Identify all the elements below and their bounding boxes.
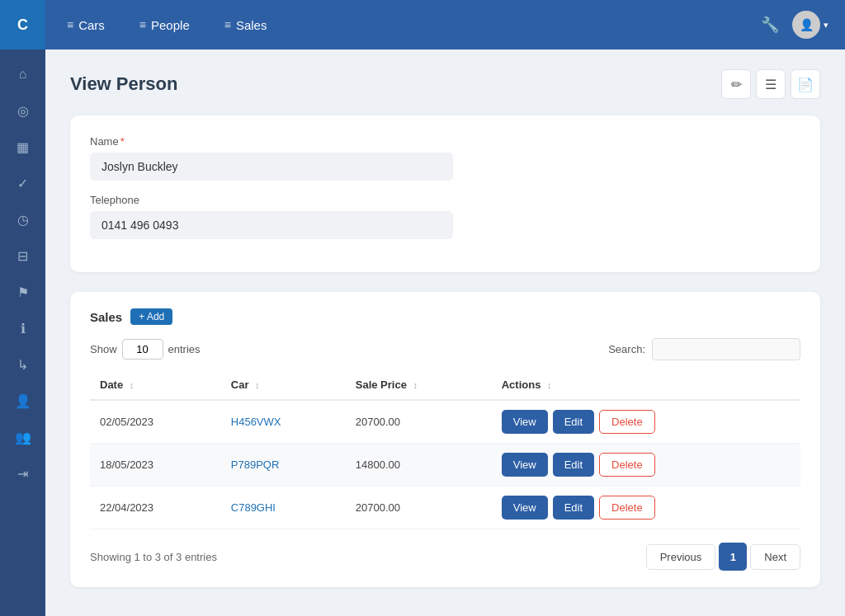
car-link[interactable]: H456VWX — [231, 416, 281, 428]
header-actions: ✏ ☰ 📄 — [721, 69, 820, 99]
cell-actions: View Edit Delete — [492, 487, 800, 529]
sales-section: Sales + Add Show entries Search: — [70, 292, 820, 587]
car-link[interactable]: P789PQR — [231, 458, 280, 471]
sort-car-icon: ↕ — [255, 380, 260, 390]
cell-car: C789GHI — [221, 487, 346, 529]
edit-button[interactable]: ✏ — [721, 69, 751, 99]
sidebar-item-table[interactable]: ▦ — [7, 130, 40, 163]
action-btns: View Edit Delete — [502, 496, 791, 520]
previous-button[interactable]: Previous — [646, 544, 716, 570]
page-title: View Person — [70, 73, 177, 95]
list-icon: ☰ — [765, 77, 777, 92]
hamburger-people-icon: ≡ — [139, 18, 146, 31]
chevron-down-icon: ▾ — [824, 20, 828, 31]
sidebar-item-flag[interactable]: ⚑ — [7, 275, 40, 308]
cell-date: 18/05/2023 — [90, 444, 221, 487]
sidebar-item-info[interactable]: ℹ — [7, 312, 40, 345]
col-sale-price[interactable]: Sale Price ↕ — [346, 370, 492, 400]
view-button[interactable]: View — [502, 410, 548, 434]
hamburger-cars-icon: ≡ — [67, 18, 73, 31]
show-entries: Show entries — [90, 339, 201, 360]
pagination: Previous 1 Next — [646, 543, 800, 571]
sidebar-item-arrow[interactable]: ↳ — [7, 348, 40, 381]
table-row: 18/05/2023 P789PQR 14800.00 View Edit De… — [90, 444, 800, 487]
name-label: Name* — [90, 135, 800, 148]
edit-row-button[interactable]: Edit — [553, 410, 594, 434]
col-date[interactable]: Date ↕ — [90, 370, 221, 400]
next-button[interactable]: Next — [750, 544, 800, 570]
edit-row-button[interactable]: Edit — [553, 496, 594, 520]
required-indicator: * — [120, 135, 125, 148]
search-input[interactable] — [652, 338, 800, 360]
page-1-button[interactable]: 1 — [719, 543, 747, 571]
sidebar-item-check[interactable]: ✓ — [7, 167, 40, 200]
page-header: View Person ✏ ☰ 📄 — [70, 69, 820, 99]
user-avatar-wrap[interactable]: 👤 ▾ — [792, 11, 828, 39]
topnav: ≡ Cars ≡ People ≡ Sales 🔧 👤 ▾ — [45, 0, 845, 49]
table-row: 02/05/2023 H456VWX 20700.00 View Edit De… — [90, 400, 800, 444]
sort-price-icon: ↕ — [413, 380, 418, 390]
wrench-icon[interactable]: 🔧 — [761, 16, 779, 34]
col-car[interactable]: Car ↕ — [221, 370, 346, 400]
person-card: Name* Joslyn Buckley Telephone 0141 496 … — [70, 115, 820, 272]
edit-row-button[interactable]: Edit — [553, 453, 594, 477]
cell-actions: View Edit Delete — [492, 444, 800, 487]
sidebar: C ⌂ ◎ ▦ ✓ ◷ ⊟ ⚑ ℹ ↳ 👤 👥 ⇥ — [0, 0, 45, 616]
sidebar-logo[interactable]: C — [0, 0, 45, 49]
topnav-right: 🔧 👤 ▾ — [761, 11, 828, 39]
sidebar-item-users[interactable]: 👥 — [7, 421, 40, 454]
action-btns: View Edit Delete — [502, 410, 791, 434]
sidebar-item-user-add[interactable]: 👤 — [7, 384, 40, 417]
cell-actions: View Edit Delete — [492, 400, 800, 444]
nav-cars[interactable]: ≡ Cars — [62, 12, 110, 39]
delete-button[interactable]: Delete — [599, 453, 655, 477]
show-label: Show — [90, 343, 117, 355]
content: View Person ✏ ☰ 📄 Name* Joslyn Buckley T… — [45, 49, 845, 616]
nav-people[interactable]: ≡ People — [135, 12, 195, 39]
cell-car: H456VWX — [221, 400, 346, 444]
avatar[interactable]: 👤 — [792, 11, 820, 39]
view-button[interactable]: View — [502, 496, 548, 520]
table-row: 22/04/2023 C789GHI 20700.00 View Edit De… — [90, 487, 800, 529]
search-label: Search: — [608, 343, 645, 355]
name-value: Joslyn Buckley — [90, 153, 453, 181]
sort-actions-icon: ↕ — [547, 380, 552, 390]
sidebar-item-home[interactable]: ⌂ — [7, 58, 40, 91]
sales-label: Sales — [90, 310, 122, 324]
cell-car: P789PQR — [221, 444, 346, 487]
sort-date-icon: ↕ — [130, 380, 135, 390]
search-wrap: Search: — [608, 338, 800, 360]
sales-table: Date ↕ Car ↕ Sale Price ↕ Actions — [90, 370, 800, 529]
cell-price: 14800.00 — [346, 444, 492, 487]
hamburger-sales-icon: ≡ — [224, 18, 231, 31]
telephone-label: Telephone — [90, 194, 800, 206]
sidebar-item-logout[interactable]: ⇥ — [7, 457, 40, 490]
col-actions: Actions ↕ — [492, 370, 800, 400]
car-link[interactable]: C789GHI — [231, 501, 276, 514]
document-icon: 📄 — [797, 77, 814, 92]
list-button[interactable]: ☰ — [756, 69, 786, 99]
sales-header: Sales + Add — [90, 308, 800, 325]
document-button[interactable]: 📄 — [791, 69, 820, 99]
add-sale-button[interactable]: + Add — [130, 308, 172, 325]
edit-icon: ✏ — [731, 77, 742, 92]
delete-button[interactable]: Delete — [599, 496, 655, 520]
cell-price: 20700.00 — [346, 487, 492, 529]
action-btns: View Edit Delete — [502, 453, 791, 477]
sidebar-item-clock[interactable]: ◷ — [7, 203, 40, 236]
cell-price: 20700.00 — [346, 400, 492, 444]
telephone-value: 0141 496 0493 — [90, 211, 453, 239]
show-entries-input[interactable] — [122, 339, 163, 360]
sidebar-item-database[interactable]: ⊟ — [7, 239, 40, 272]
cell-date: 02/05/2023 — [90, 400, 221, 444]
cell-date: 22/04/2023 — [90, 487, 221, 529]
entries-label: entries — [168, 343, 201, 355]
showing-text: Showing 1 to 3 of 3 entries — [90, 551, 217, 563]
sidebar-item-globe[interactable]: ◎ — [7, 94, 40, 127]
main-wrap: ≡ Cars ≡ People ≡ Sales 🔧 👤 ▾ View Perso… — [45, 0, 845, 616]
delete-button[interactable]: Delete — [599, 410, 655, 434]
nav-sales[interactable]: ≡ Sales — [220, 12, 272, 39]
view-button[interactable]: View — [502, 453, 548, 477]
table-footer: Showing 1 to 3 of 3 entries Previous 1 N… — [90, 543, 800, 571]
table-controls: Show entries Search: — [90, 338, 800, 360]
